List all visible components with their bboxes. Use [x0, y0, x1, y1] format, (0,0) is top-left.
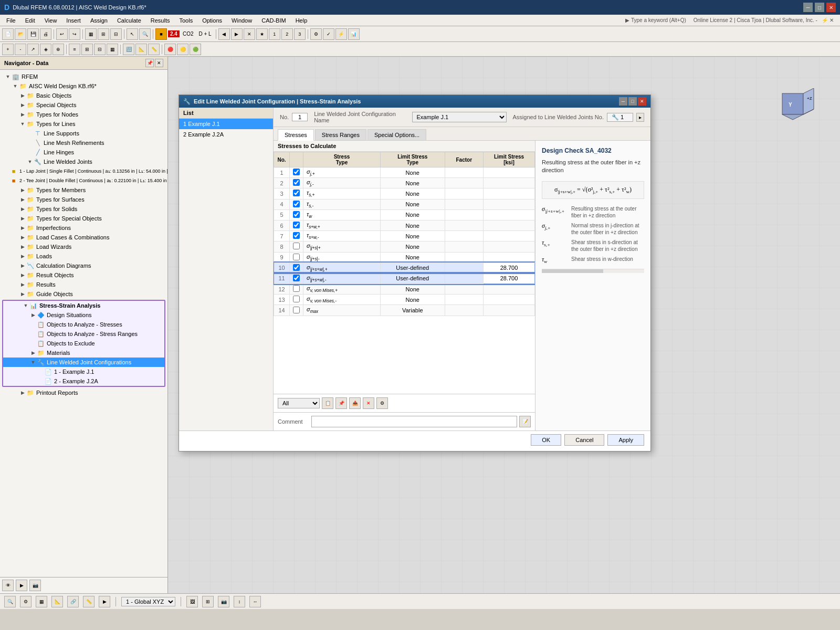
- table-row[interactable]: 14 σmax Variable: [274, 305, 535, 316]
- minimize-button[interactable]: ─: [803, 3, 813, 12]
- nav-close-btn[interactable]: ✕: [155, 59, 163, 67]
- nav-camera-btn[interactable]: 📷: [29, 580, 41, 591]
- tb-extra4[interactable]: ★: [256, 28, 268, 40]
- rfem-expand[interactable]: ▼: [4, 73, 12, 80]
- tree-loads[interactable]: ▶ 📁 Loads: [0, 251, 167, 261]
- lwc-expand[interactable]: ▼: [29, 359, 37, 366]
- dialog-minimize[interactable]: ─: [619, 97, 627, 106]
- tree-config-2[interactable]: 📄 2 - Example J.2A: [3, 376, 164, 386]
- table-row[interactable]: 13 σv, von Mises,- None: [274, 295, 535, 305]
- table-row[interactable]: 1 σj,+ None: [274, 167, 535, 178]
- tb-extra5[interactable]: 1: [269, 28, 280, 40]
- settings2-btn[interactable]: ⚙: [376, 397, 388, 409]
- status-view3[interactable]: 📷: [218, 596, 229, 607]
- tb2-12[interactable]: 📏: [148, 44, 160, 55]
- apply-button[interactable]: Apply: [607, 434, 644, 446]
- lwj-expand[interactable]: ▼: [26, 158, 34, 165]
- table-row[interactable]: 11 σ|j+s+w|,- User-defined: [274, 273, 535, 284]
- save-btn[interactable]: 💾: [27, 28, 39, 40]
- tree-results[interactable]: ▶ 📁 Results: [0, 280, 167, 289]
- menu-cad-bim[interactable]: CAD-BIM: [257, 16, 290, 25]
- menu-file[interactable]: File: [2, 16, 20, 25]
- select-btn[interactable]: ↖: [127, 28, 138, 40]
- tree-lw-joints[interactable]: ▼ 🔧 Line Welded Joints: [0, 157, 167, 166]
- tree-types-special[interactable]: ▶ 📁 Types for Special Objects: [0, 214, 167, 223]
- cancel-button[interactable]: Cancel: [564, 434, 604, 446]
- dialog-title-bar[interactable]: 🔧 Edit Line Welded Joint Configuration |…: [179, 95, 650, 108]
- table-row[interactable]: 10 σ|j+s+w|,+ User-defined: [274, 262, 535, 273]
- comment-btn[interactable]: 📝: [519, 416, 531, 427]
- tree-printout[interactable]: ▶ 📁 Printout Reports: [0, 388, 167, 397]
- tab-special-options[interactable]: Special Options...: [368, 129, 426, 140]
- ssa-expand[interactable]: ▼: [22, 302, 29, 309]
- assigned-btn[interactable]: ▸: [636, 113, 644, 122]
- project-expand[interactable]: ▼: [12, 82, 19, 90]
- paste-btn[interactable]: 📌: [335, 397, 347, 409]
- tree-line-supports[interactable]: ⊤ Line Supports: [0, 129, 167, 138]
- tree-config-1[interactable]: 📄 1 - Example J.1: [3, 367, 164, 376]
- menu-help[interactable]: Help: [291, 16, 312, 25]
- table-row[interactable]: 6 τs+w,+ None: [274, 220, 535, 230]
- menu-results[interactable]: Results: [146, 16, 174, 25]
- status-grid[interactable]: ▦: [36, 596, 47, 607]
- tb-extra7[interactable]: 3: [294, 28, 306, 40]
- tb2-3[interactable]: ↗: [27, 44, 39, 55]
- zoom-btn[interactable]: 🔍: [139, 28, 151, 40]
- status-view5[interactable]: ↔: [249, 596, 261, 607]
- row10-limit[interactable]: [494, 265, 525, 271]
- tree-types-members[interactable]: ▶ 📁 Types for Members: [0, 185, 167, 195]
- status-snap[interactable]: 🔗: [67, 596, 79, 607]
- dialog-maximize[interactable]: □: [628, 97, 637, 106]
- tree-calc-diagrams[interactable]: ▶ 📉 Calculation Diagrams: [0, 261, 167, 270]
- table-row[interactable]: 7 τs+w,- None: [274, 231, 535, 242]
- status-config[interactable]: ⚙: [20, 596, 32, 607]
- table-row[interactable]: 8 σ|j+s|+ None: [274, 242, 535, 252]
- status-iso[interactable]: 📐: [51, 596, 63, 607]
- view1-btn[interactable]: ▦: [85, 28, 97, 40]
- tree-line-hinges[interactable]: ╱ Line Hinges: [0, 148, 167, 157]
- tree-guide-objects[interactable]: ▶ 📁 Guide Objects: [0, 289, 167, 299]
- list-item-1[interactable]: 1 Example J.1: [179, 119, 273, 129]
- tb-extra1[interactable]: ◀: [218, 28, 230, 40]
- special-expand[interactable]: ▶: [19, 101, 26, 109]
- basic-expand[interactable]: ▶: [19, 92, 26, 99]
- orientation-cube[interactable]: Y +Z: [777, 88, 819, 130]
- open-btn[interactable]: 📂: [15, 28, 26, 40]
- tree-types-lines[interactable]: ▼ 📁 Types for Lines: [0, 119, 167, 129]
- tree-objects-exclude[interactable]: 📋 Objects to Exclude: [3, 339, 164, 348]
- tree-project[interactable]: ▼ 📁 AISC Weld Design KB.rf6*: [0, 81, 167, 91]
- tree-objects-stresses[interactable]: 📋 Objects to Analyze - Stresses: [3, 320, 164, 329]
- nav-pin-btn[interactable]: 📌: [145, 59, 154, 67]
- tree-result-objects[interactable]: ▶ 📁 Result Objects: [0, 270, 167, 280]
- tree-lw1[interactable]: ■ 1 - Lap Joint | Single Fillet | Contin…: [0, 166, 167, 176]
- list-item-2[interactable]: 2 Example J.2A: [179, 129, 273, 140]
- new-btn[interactable]: 📄: [2, 28, 14, 40]
- menu-assign[interactable]: Assign: [86, 16, 112, 25]
- menu-calculate[interactable]: Calculate: [113, 16, 145, 25]
- tree-special-objects[interactable]: ▶ 📁 Special Objects: [0, 100, 167, 110]
- menu-options[interactable]: Options: [198, 16, 226, 25]
- tb-results[interactable]: 📊: [348, 28, 360, 40]
- filter-dropdown[interactable]: All: [278, 398, 320, 408]
- copy-btn[interactable]: 📋: [322, 397, 333, 409]
- menu-view[interactable]: View: [40, 16, 61, 25]
- tree-basic-objects[interactable]: ▶ 📁 Basic Objects: [0, 91, 167, 100]
- tree-design-situations[interactable]: ▶ 🔷 Design Situations: [3, 310, 164, 320]
- status-view4[interactable]: ↕: [234, 596, 245, 607]
- tree-types-nodes[interactable]: ▶ 📁 Types for Nodes: [0, 110, 167, 119]
- tb-extra2[interactable]: ▶: [231, 28, 243, 40]
- redo-btn[interactable]: ↪: [69, 28, 80, 40]
- tree-stress-strain[interactable]: ▼ 📊 Stress-Strain Analysis: [3, 301, 164, 310]
- table-row[interactable]: 12 σv, von Mises,+ None: [274, 284, 535, 295]
- tb-extra6[interactable]: 2: [281, 28, 293, 40]
- tb2-1[interactable]: +: [2, 44, 14, 55]
- tb2-8[interactable]: ⊟: [94, 44, 106, 55]
- tree-lw2[interactable]: ■ 2 - Tee Joint | Double Fillet | Contin…: [0, 176, 167, 185]
- view-select[interactable]: 1 - Global XYZ: [121, 597, 175, 606]
- row11-limit[interactable]: [494, 275, 525, 281]
- delete-btn[interactable]: ✕: [363, 397, 374, 409]
- table-row[interactable]: 2 σj,- None: [274, 178, 535, 188]
- status-play[interactable]: ▶: [99, 596, 110, 607]
- tree-lw-configs[interactable]: ▼ 🔧 Line Welded Joint Configurations: [3, 358, 164, 367]
- tb-calc[interactable]: ⚡: [335, 28, 347, 40]
